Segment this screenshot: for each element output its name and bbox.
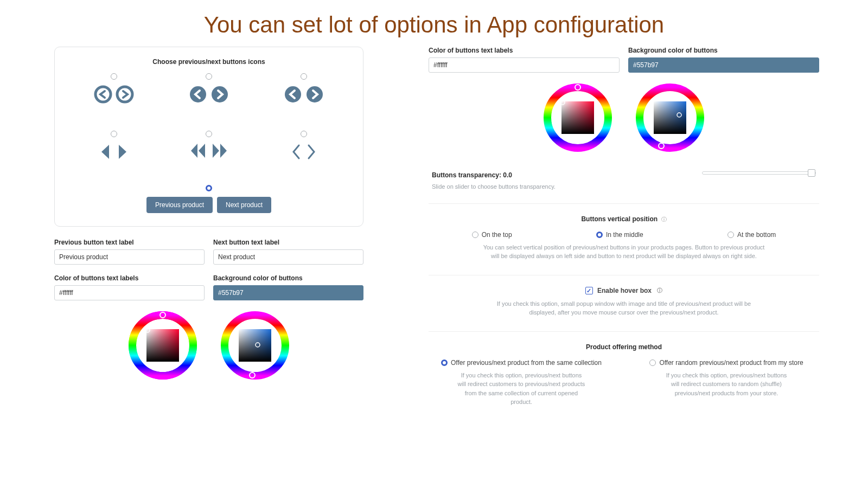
text-color-title-right: Color of buttons text labels [429,47,620,54]
next-label-title: Next button text label [213,239,363,246]
bg-color-input-right[interactable] [628,57,819,73]
bg-color-wheel-right[interactable] [635,82,705,153]
transparency-help: Slide on slider to choose buttons transp… [432,182,686,191]
vpos-title: Buttons vertical position [581,215,658,223]
offer-random-help: If you check this option, previous/next … [661,371,792,398]
offer-same-help: If you check this option, previous/next … [456,371,586,407]
offer-random-option[interactable]: Offer random previous/next product from … [635,359,818,367]
svg-point-1 [117,87,132,102]
bg-color-title-left: Background color of buttons [213,274,363,282]
page-title: You can set lot of options in App config… [0,0,868,47]
preview-next-button: Next product [217,197,271,213]
svg-rect-24 [654,101,686,134]
bg-color-wheel-left[interactable] [220,310,290,381]
info-icon: ⓘ [661,216,667,222]
hover-help: If you check this option, small popup wi… [483,299,765,317]
svg-rect-9 [146,329,179,362]
text-color-title-left: Color of buttons text labels [54,274,205,282]
bg-color-input-left[interactable] [213,285,363,300]
transparency-slider[interactable] [702,171,816,175]
text-button-preview-icon: Previous product Next product [146,197,271,213]
check-icon: ✓ [585,287,593,294]
arrow-circle-solid-b-icon [284,85,324,104]
icon-option-3-radio[interactable] [301,73,307,80]
icon-option-7-radio[interactable] [206,185,212,191]
text-color-wheel-right[interactable] [542,82,613,153]
icon-option-6-radio[interactable] [301,131,307,137]
card-title: Choose previous/next buttons icons [67,58,351,66]
prev-label-input[interactable] [54,249,205,265]
preview-prev-button: Previous product [146,197,213,213]
icon-option-5-radio[interactable] [206,131,212,137]
vpos-bottom-option[interactable]: At the bottom [727,231,776,239]
info-icon: ⓘ [657,287,662,294]
svg-rect-19 [561,101,594,134]
svg-point-5 [307,86,323,102]
icon-option-4-radio[interactable] [111,131,117,137]
svg-point-3 [212,86,228,102]
prev-label-title: Previous button text label [54,239,205,246]
svg-point-4 [285,86,301,102]
svg-rect-14 [239,329,271,362]
bg-color-title-right: Background color of buttons [628,47,819,54]
icon-option-1-radio[interactable] [111,73,117,80]
chevron-thin-icon [290,143,317,161]
arrow-circle-outline-icon [94,85,134,104]
svg-point-2 [190,86,206,102]
offer-title: Product offering method [586,343,662,351]
arrow-circle-solid-icon [189,85,229,104]
text-color-input-left[interactable] [54,285,205,300]
icon-style-card: Choose previous/next buttons icons [54,47,363,227]
icon-option-2-radio[interactable] [206,73,212,80]
offer-same-option[interactable]: Offer previous/next product from the sam… [430,359,613,367]
text-color-wheel-left[interactable] [127,310,198,381]
transparency-title: Buttons transparency: 0.0 [432,171,686,179]
double-triangle-icon [189,143,229,159]
vpos-middle-option[interactable]: In the middle [596,231,643,239]
triangle-solid-icon [99,143,129,161]
next-label-input[interactable] [213,249,363,265]
vpos-top-option[interactable]: On the top [472,231,512,239]
vpos-help: You can select vertical position of prev… [483,243,765,261]
svg-point-0 [95,87,111,102]
hover-checkbox[interactable]: ✓ Enable hover box ⓘ [585,287,662,294]
text-color-input-right[interactable] [429,57,620,73]
